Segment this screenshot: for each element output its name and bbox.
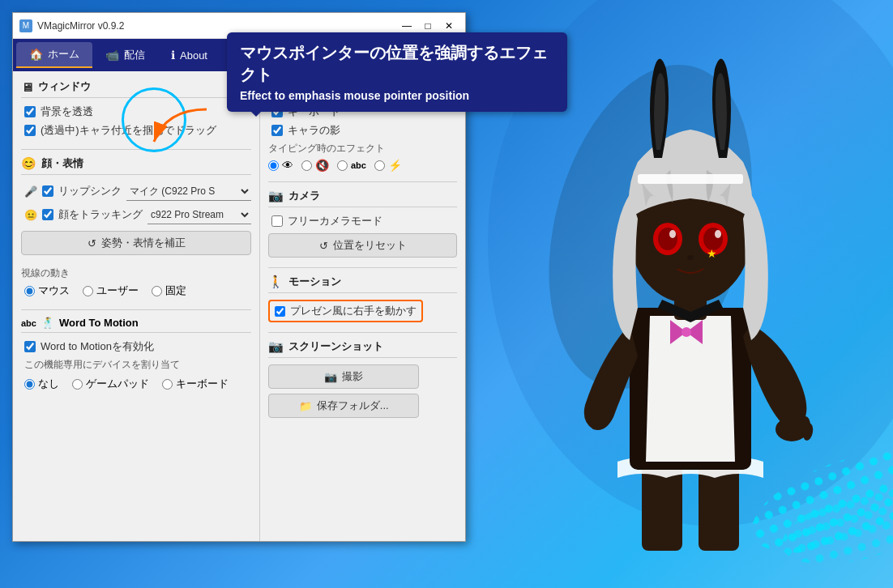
typing-effect-3-radio[interactable] xyxy=(337,160,348,171)
svg-rect-24 xyxy=(638,174,743,184)
window-icon: 🖥 xyxy=(21,80,33,94)
free-camera-checkbox[interactable] xyxy=(271,215,283,227)
drag-label: (透過中)キャラ付近を掴んでドラッグ xyxy=(41,123,216,138)
motion-section: 🚶 モーション プレゼン風に右手を動かす xyxy=(268,275,457,322)
minimize-button[interactable]: — xyxy=(397,18,417,34)
typing-option-2: 🔇 xyxy=(301,159,329,172)
app-title: VMagicMirror v0.9.2 xyxy=(37,20,124,32)
device-gamepad-row: ゲームパッド xyxy=(72,377,149,391)
reset-position-label: 位置をリセット xyxy=(333,238,407,253)
device-gamepad-radio[interactable] xyxy=(72,379,83,390)
camera-title-label: カメラ xyxy=(288,189,320,203)
wtm-enable-checkbox[interactable] xyxy=(24,341,36,352)
movement-label: 視線の動き xyxy=(21,266,251,280)
lip-sync-row: 🎤 リップシンク マイク (C922 Pro S xyxy=(24,181,251,201)
face-tracking-checkbox[interactable] xyxy=(42,209,53,220)
wtm-device-options-label: この機能専用にデバイスを割り当て xyxy=(24,358,251,372)
typing-effect-2-icon: 🔇 xyxy=(315,159,329,172)
presentation-motion-checkbox[interactable] xyxy=(275,306,285,317)
bg-transparent-checkbox[interactable] xyxy=(24,106,36,117)
tab-about-label: About xyxy=(180,49,207,62)
movement-mouse-label: マウス xyxy=(38,283,70,298)
typing-effect-2-radio[interactable] xyxy=(301,160,312,171)
motion-section-title: 🚶 モーション xyxy=(268,275,457,293)
device-keyboard-radio[interactable] xyxy=(162,379,173,390)
movement-fixed-radio[interactable] xyxy=(152,286,162,296)
device-none-radio[interactable] xyxy=(24,379,35,390)
maximize-button[interactable]: □ xyxy=(418,18,438,34)
movement-mouse-radio[interactable] xyxy=(24,286,35,296)
typing-options: 👁 🔇 abc ⚡ xyxy=(268,159,457,172)
save-folder-button[interactable]: 📁 保存フォルダ... xyxy=(268,394,419,418)
face-section-title: 😊 顔・表情 xyxy=(21,156,251,175)
device-none-label: なし xyxy=(38,377,59,391)
free-camera-row: フリーカメラモード xyxy=(271,214,457,228)
wtm-title-label: Word To Motion xyxy=(59,317,139,329)
motion-icon: 🚶 xyxy=(268,275,284,289)
callout-tooltip: マウスポインターの位置を強調するエフェクト Effect to emphasis… xyxy=(227,32,567,112)
word-to-motion-section: abc 🕺 Word To Motion Word to Motionを有効化 … xyxy=(21,317,251,391)
presentation-motion-label: プレゼン風に右手を動かす xyxy=(290,304,417,318)
screenshot-section-title: 📷 スクリーンショット xyxy=(268,339,457,358)
face-tracking-select[interactable]: c922 Pro Stream xyxy=(147,205,251,224)
char-shadow-checkbox[interactable] xyxy=(271,125,283,136)
reset-position-button[interactable]: ↺ 位置をリセット xyxy=(268,233,457,258)
char-shadow-row: キャラの影 xyxy=(271,123,457,138)
tab-streaming-label: 配信 xyxy=(124,48,145,62)
home-icon: 🏠 xyxy=(29,48,43,61)
device-keyboard-label: キーボード xyxy=(176,377,229,391)
lip-sync-select[interactable]: マイク (C922 Pro S xyxy=(126,181,251,201)
typing-effect-3-icon: abc xyxy=(351,160,366,170)
wtm-title: abc 🕺 Word To Motion xyxy=(21,317,251,333)
typing-option-4: ⚡ xyxy=(374,159,402,172)
mic-icon: 🎤 xyxy=(24,185,37,198)
screenshot-title-label: スクリーンショット xyxy=(288,339,383,354)
movement-user-radio[interactable] xyxy=(83,286,93,296)
svg-point-20 xyxy=(669,230,676,238)
callout-japanese: マウスポインターの位置を強調するエフェクト xyxy=(240,42,554,86)
typing-effect-4-radio[interactable] xyxy=(374,160,385,171)
presentation-motion-row: プレゼン風に右手を動かす xyxy=(268,300,423,322)
face-icon: 😊 xyxy=(21,156,36,171)
wtm-enable-label: Word to Motionを有効化 xyxy=(41,339,154,354)
close-button[interactable]: ✕ xyxy=(439,18,459,34)
drag-row: (透過中)キャラ付近を掴んでドラッグ xyxy=(24,123,251,138)
tab-home[interactable]: 🏠 ホーム xyxy=(16,42,92,68)
bg-transparent-row: 背景を透透 xyxy=(24,104,251,119)
tab-streaming[interactable]: 📹 配信 xyxy=(92,43,158,67)
device-gamepad-label: ゲームパッド xyxy=(86,377,149,391)
movement-fixed-label: 固定 xyxy=(165,283,186,298)
drag-checkbox[interactable] xyxy=(24,125,36,136)
right-panel: 👁 表示 キーボード キャラの影 タイピング時のエフェクト 👁 xyxy=(260,71,465,541)
bg-transparent-label: 背景を透透 xyxy=(41,104,93,119)
device-keyboard-row: キーボード xyxy=(162,377,229,391)
face-title-label: 顔・表情 xyxy=(41,156,83,171)
refresh-icon: ↺ xyxy=(88,237,96,249)
stick-icon: 🕺 xyxy=(41,317,54,329)
svg-point-22 xyxy=(687,255,694,260)
title-bar-left: M VMagicMirror v0.9.2 xyxy=(19,19,124,32)
window-section: 🖥 ウィンドウ 背景を透透 (透過中)キャラ付近を掴んでドラッグ xyxy=(21,79,251,138)
screenshot-section: 📷 スクリーンショット 📷 撮影 📁 保存フォルダ... xyxy=(268,339,457,418)
callout-english: Effect to emphasis mouse pointer positio… xyxy=(240,89,554,102)
shoot-button[interactable]: 📷 撮影 xyxy=(268,364,419,389)
screenshot-icon: 📷 xyxy=(268,339,284,354)
svg-point-21 xyxy=(715,230,721,238)
camera-icon: 📷 xyxy=(268,189,284,203)
lip-sync-checkbox[interactable] xyxy=(42,185,53,197)
folder-icon: 📁 xyxy=(299,400,312,412)
device-radio-row: なし ゲームパッド キーボード xyxy=(24,377,251,391)
typing-effect-1-radio[interactable] xyxy=(268,160,279,171)
about-icon: ℹ xyxy=(171,49,175,62)
abc-icon: abc xyxy=(21,318,36,328)
typing-effect-1-icon: 👁 xyxy=(282,159,293,172)
typing-option-3: abc xyxy=(337,160,366,171)
tab-about[interactable]: ℹ About xyxy=(158,44,220,66)
posture-correct-label: 姿勢・表情を補正 xyxy=(101,236,186,250)
movement-user-row: ユーザー xyxy=(83,283,139,298)
lip-sync-label: リップシンク xyxy=(58,184,122,198)
typing-effect-4-icon: ⚡ xyxy=(388,159,402,172)
movement-options: マウス ユーザー 固定 xyxy=(24,283,251,298)
face-tracking-row: 😐 顔をトラッキング c922 Pro Stream xyxy=(24,205,251,224)
posture-correct-button[interactable]: ↺ 姿勢・表情を補正 xyxy=(21,231,251,255)
